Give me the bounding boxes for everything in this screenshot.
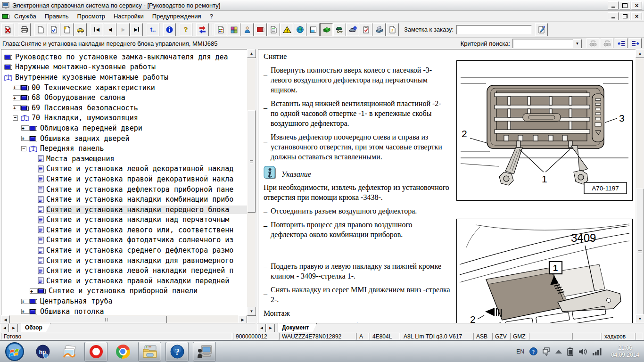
menu-warnings[interactable]: Предупреждения bbox=[148, 12, 206, 21]
expand-plus-icon[interactable] bbox=[21, 125, 29, 131]
parts-grid-button[interactable] bbox=[228, 23, 240, 36]
help-button[interactable]: ? bbox=[180, 23, 192, 36]
tree-item[interactable]: 00 Технические характеристики bbox=[3, 82, 248, 93]
menu-edit[interactable]: Править bbox=[41, 12, 73, 21]
tree-item[interactable]: Снятие и установка фотодатчика солнечног… bbox=[3, 235, 248, 246]
fill-level-button[interactable] bbox=[307, 23, 320, 36]
warning-button[interactable] bbox=[281, 23, 293, 36]
collapse-minus-icon[interactable] bbox=[13, 115, 18, 121]
menu-service[interactable]: Служба bbox=[10, 12, 41, 21]
network-signal-icon[interactable] bbox=[593, 348, 603, 355]
order-note-input[interactable] bbox=[456, 25, 532, 34]
print-button[interactable] bbox=[18, 23, 31, 36]
tree-item[interactable]: Снятие и установка правой накладки перед… bbox=[3, 276, 248, 286]
goto-previous-topic-button[interactable] bbox=[615, 38, 627, 49]
document-help-button[interactable]: ? bbox=[386, 23, 399, 36]
tree-item[interactable]: Центральная труба bbox=[3, 296, 248, 306]
taskbar-app-photo-viewer[interactable] bbox=[58, 342, 80, 361]
tray-help-icon[interactable]: ? bbox=[529, 347, 537, 355]
globe-button[interactable] bbox=[294, 23, 306, 36]
person-button[interactable] bbox=[241, 23, 254, 36]
tree-vertical-scrollbar[interactable]: ▲ ▼ bbox=[247, 49, 255, 316]
scroll-up-button[interactable]: ▲ bbox=[247, 49, 256, 58]
nav-first-button[interactable]: ◀ bbox=[91, 23, 103, 36]
mdi-minimize-button[interactable] bbox=[608, 12, 619, 20]
menu-help[interactable]: ? bbox=[206, 12, 217, 21]
tree-item[interactable]: Обшивка задних дверей bbox=[3, 133, 248, 144]
language-indicator[interactable]: EN bbox=[516, 348, 524, 355]
tree-item[interactable]: Снятие и установка дефлектора приборной … bbox=[3, 184, 248, 195]
tree-item[interactable]: Снятие и установка левой накладки передн… bbox=[3, 265, 248, 276]
nav-next-button[interactable]: ▶ bbox=[117, 23, 130, 36]
tree-item[interactable]: Передняя панель bbox=[3, 143, 248, 154]
tree-item[interactable]: Снятие и установка накладки комбинации п… bbox=[3, 194, 248, 205]
tree-horizontal-scrollbar[interactable]: ◀ ▶ bbox=[1, 315, 247, 323]
tab-scroll-right-button[interactable]: ▶ bbox=[9, 324, 18, 332]
search-back-button[interactable] bbox=[586, 38, 599, 49]
books-button[interactable] bbox=[373, 23, 386, 36]
note-edit-button[interactable] bbox=[535, 23, 548, 36]
scroll-down-button[interactable]: ▼ bbox=[636, 314, 644, 323]
expand-plus-icon[interactable] bbox=[21, 136, 29, 141]
mdi-restore-button[interactable] bbox=[619, 12, 630, 20]
expand-plus-icon[interactable] bbox=[21, 299, 29, 304]
scroll-down-button[interactable]: ▼ bbox=[247, 307, 256, 316]
tree-item[interactable]: 70 Накладки, шумоизоляция bbox=[3, 113, 248, 123]
nav-last-button[interactable]: ▶ bbox=[130, 23, 143, 36]
document-new-button[interactable] bbox=[61, 23, 74, 36]
list-document-button[interactable] bbox=[267, 23, 280, 36]
nav-prev-button[interactable]: ◀ bbox=[104, 23, 116, 36]
tree-item[interactable]: 68 Оборудование салона bbox=[3, 92, 248, 103]
scrollbar-thumb[interactable] bbox=[248, 110, 256, 213]
tree-item[interactable]: 69 Пассивная безопасность bbox=[3, 103, 248, 113]
tab-overview[interactable]: Обзор bbox=[21, 323, 50, 332]
manual-book-button[interactable] bbox=[254, 23, 267, 36]
tray-clock[interactable]: 21:06 04.09.2014 bbox=[611, 345, 639, 359]
search-criterion-combobox[interactable]: ▼ bbox=[512, 39, 582, 49]
tree-item[interactable]: Снятие и установка правой декоративной н… bbox=[3, 174, 248, 184]
taskbar-app-hp[interactable]: hp bbox=[32, 342, 54, 361]
tab-scroll-left-button[interactable]: ◀ bbox=[257, 324, 266, 332]
document-grid-button[interactable] bbox=[215, 23, 227, 36]
taskbar-app-explorer[interactable] bbox=[138, 342, 161, 362]
expand-plus-icon[interactable] bbox=[30, 288, 38, 294]
info-button[interactable] bbox=[163, 23, 176, 36]
goto-next-topic-button[interactable] bbox=[629, 38, 642, 49]
tree-item[interactable]: Руководство по установке замка-выключате… bbox=[3, 52, 248, 62]
collapse-minus-icon[interactable] bbox=[21, 146, 26, 151]
expand-plus-icon[interactable] bbox=[21, 309, 29, 314]
taskbar-app-help[interactable]: ? bbox=[165, 342, 189, 362]
tray-expand-icon[interactable] bbox=[555, 350, 562, 354]
vehicle-key-button[interactable] bbox=[333, 23, 346, 36]
tab-scroll-left-button[interactable]: ◀ bbox=[0, 324, 9, 332]
taskbar-app-opera[interactable] bbox=[84, 342, 107, 362]
search-forward-button[interactable] bbox=[601, 38, 613, 49]
exit-button[interactable] bbox=[1, 23, 14, 36]
tree-item[interactable]: Облицовка передней двери bbox=[3, 123, 248, 133]
new-document-button[interactable] bbox=[34, 23, 47, 36]
scroll-up-button[interactable]: ▲ bbox=[636, 49, 644, 58]
expand-plus-icon[interactable] bbox=[13, 105, 21, 110]
menu-settings[interactable]: Настройки bbox=[109, 12, 148, 21]
tree-item[interactable]: Наружные монтажно-кузовные работы bbox=[3, 62, 248, 73]
tray-window-icon[interactable] bbox=[543, 347, 550, 356]
vehicle-info-button[interactable] bbox=[347, 23, 359, 36]
document-check-button[interactable] bbox=[48, 23, 60, 36]
expand-plus-icon[interactable] bbox=[13, 95, 21, 100]
minimize-button[interactable] bbox=[608, 1, 619, 9]
tree-item[interactable]: Снятие и установка среднего дефлектора р… bbox=[3, 245, 248, 255]
checklist-button[interactable] bbox=[360, 23, 372, 36]
vehicle-button[interactable] bbox=[74, 23, 87, 36]
battery-icon[interactable] bbox=[567, 347, 573, 356]
history-button[interactable]: t.. bbox=[147, 23, 159, 36]
document-vertical-scrollbar[interactable]: ▲ ▼ bbox=[636, 49, 644, 323]
tree-item[interactable]: Снятие и установка приборной панели bbox=[3, 286, 248, 296]
start-button[interactable] bbox=[2, 341, 27, 362]
tree-item-selected[interactable]: Снятие и установка накладки переднего бл… bbox=[3, 205, 248, 215]
tree-item[interactable]: Снятие и установка левой декоративной на… bbox=[3, 164, 248, 174]
volume-icon[interactable] bbox=[578, 348, 587, 355]
combo-dropdown-button[interactable]: ▼ bbox=[573, 39, 582, 49]
close-button[interactable]: × bbox=[631, 1, 642, 9]
taskbar-app-chrome[interactable] bbox=[112, 342, 134, 361]
tree-item[interactable]: Места размещения bbox=[3, 154, 248, 164]
